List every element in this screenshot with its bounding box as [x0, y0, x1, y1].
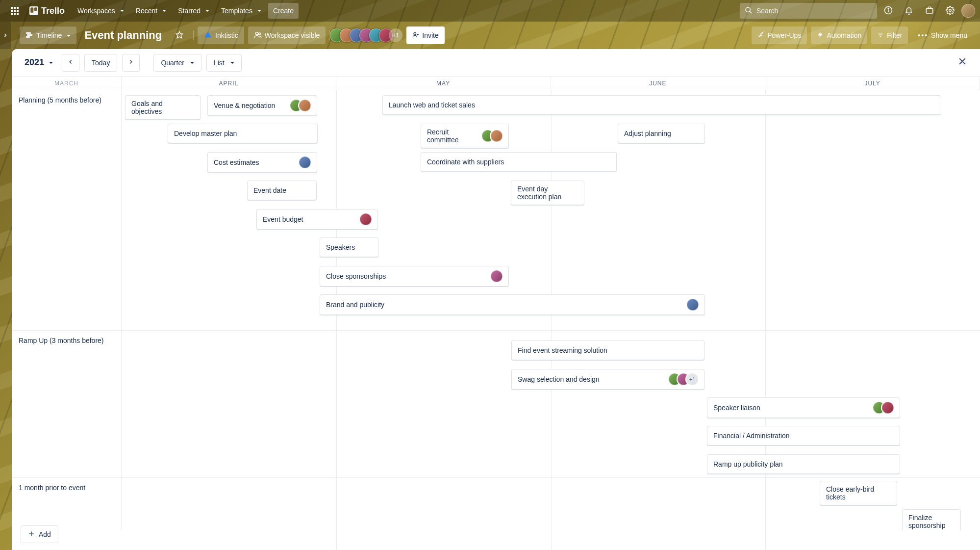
expand-sidebar[interactable] [0, 22, 11, 49]
filter-button[interactable]: Filter [871, 26, 908, 44]
svg-marker-23 [204, 31, 211, 37]
month-march-label: MARCH [12, 77, 122, 90]
nav-starred[interactable]: Starred [173, 3, 214, 19]
timeline-card[interactable]: Speaker liaison [707, 397, 900, 418]
card-title: Event date [253, 186, 286, 194]
notifications-button[interactable] [900, 3, 918, 19]
avatar [299, 100, 311, 111]
automation-button[interactable]: Automation [811, 26, 867, 44]
board-title[interactable]: Event planning [80, 29, 166, 42]
svg-rect-19 [26, 32, 30, 33]
svg-point-12 [746, 7, 750, 12]
apps-switcher[interactable] [5, 3, 25, 19]
gear-icon [946, 6, 955, 16]
close-button[interactable] [954, 54, 971, 71]
timeline-card[interactable]: Speakers [320, 237, 378, 257]
timeline-card[interactable]: Venue & negotiation [207, 95, 317, 116]
svg-rect-20 [27, 34, 32, 35]
svg-rect-11 [34, 7, 37, 11]
zoom-selector[interactable]: Quarter [153, 54, 201, 72]
user-avatar[interactable] [961, 4, 975, 18]
prev-button[interactable] [62, 54, 79, 72]
visibility-button[interactable]: Workspace visible [248, 26, 326, 44]
svg-point-18 [949, 9, 952, 11]
card-title: Speakers [326, 243, 355, 251]
timeline-panel: 2021 Today Quarter List MARCH APRILMAYJU… [12, 49, 980, 550]
card-title: Develop master plan [174, 130, 237, 137]
search-input[interactable] [756, 7, 872, 15]
timeline-card[interactable]: Event date [247, 181, 317, 200]
timeline-card[interactable]: Close early-bird tickets [820, 481, 897, 505]
grid-icon [10, 6, 20, 16]
timeline-card[interactable]: Close sponsorships [320, 266, 509, 287]
invite-button[interactable]: Invite [406, 26, 444, 44]
add-button[interactable]: Add [21, 525, 58, 543]
workspace-button[interactable]: Inktistic [198, 26, 244, 44]
member-overflow[interactable]: +1 [389, 28, 402, 42]
today-button[interactable]: Today [84, 54, 117, 72]
next-button[interactable] [122, 54, 140, 72]
svg-rect-10 [30, 7, 33, 13]
timeline-card[interactable]: Event day execution plan [511, 181, 584, 205]
timeline-card[interactable]: Coordinate with suppliers [421, 152, 617, 172]
card-title: Event budget [263, 215, 303, 223]
search-box[interactable] [740, 3, 877, 19]
view-switcher[interactable]: Timeline [20, 26, 76, 44]
card-avatars [363, 213, 372, 225]
card-title: Ramp up publicity plan [713, 460, 783, 468]
timeline-icon [25, 31, 33, 40]
avatar-overflow: +1 [686, 373, 698, 385]
timeline-card[interactable]: Financial / Administration [707, 426, 900, 445]
settings-button[interactable] [941, 3, 959, 19]
svg-rect-2 [17, 7, 19, 9]
card-avatars [494, 270, 503, 282]
svg-rect-3 [11, 10, 13, 12]
rocket-icon [757, 31, 764, 40]
timeline-card[interactable]: Brand and publicity [320, 294, 705, 315]
avatar [687, 299, 699, 311]
card-title: Finalize sponsorship [908, 514, 955, 529]
briefcase-button[interactable] [920, 3, 939, 19]
member-avatars[interactable]: +1 [334, 28, 402, 42]
timeline-card[interactable]: Find event streaming solution [511, 340, 704, 360]
timeline-card[interactable]: Recruit committee [421, 124, 509, 148]
card-title: Financial / Administration [713, 432, 790, 440]
svg-rect-4 [14, 10, 16, 12]
timeline-card[interactable]: Develop master plan [168, 124, 318, 143]
user-plus-icon [412, 31, 419, 40]
timeline-card[interactable]: Cost estimates [207, 152, 317, 173]
timeline-card[interactable]: Goals and objectives [125, 95, 201, 120]
timeline-card[interactable]: Ramp up publicity plan [707, 454, 900, 474]
create-button[interactable]: Create [268, 3, 299, 19]
card-title: Event day execution plan [517, 185, 578, 201]
svg-rect-21 [26, 36, 29, 37]
timeline-card[interactable]: Event budget [256, 209, 378, 230]
timeline-card[interactable]: Swag selection and design+1 [511, 369, 704, 390]
nav-workspaces[interactable]: Workspaces [73, 3, 129, 19]
avatar [299, 157, 311, 168]
nav-recent[interactable]: Recent [131, 3, 171, 19]
star-icon [176, 31, 183, 40]
card-title: Speaker liaison [713, 404, 760, 412]
nav-templates[interactable]: Templates [216, 3, 266, 19]
bolt-icon [817, 31, 824, 40]
card-title: Goals and objectives [131, 100, 194, 115]
show-menu-button[interactable]: ••• Show menu [912, 26, 973, 44]
info-button[interactable] [879, 3, 898, 19]
timeline-card[interactable]: Launch web and ticket sales [382, 95, 941, 115]
year-selector[interactable]: 2021 [21, 57, 57, 68]
lane-label: Planning (5 months before) [12, 90, 122, 330]
timeline-card[interactable]: Adjust planning [618, 124, 705, 143]
star-button[interactable] [170, 26, 189, 44]
timeline-card[interactable]: Finalize sponsorship [902, 509, 961, 530]
avatar [360, 213, 372, 225]
powerups-button[interactable]: Power-Ups [752, 26, 807, 44]
card-avatars [690, 299, 699, 311]
trello-logo[interactable]: Trello [26, 6, 71, 16]
svg-rect-8 [17, 13, 19, 15]
avatar [882, 402, 894, 414]
svg-point-24 [255, 32, 258, 34]
group-selector[interactable]: List [206, 54, 242, 72]
people-icon [254, 31, 262, 40]
svg-point-25 [258, 33, 260, 35]
